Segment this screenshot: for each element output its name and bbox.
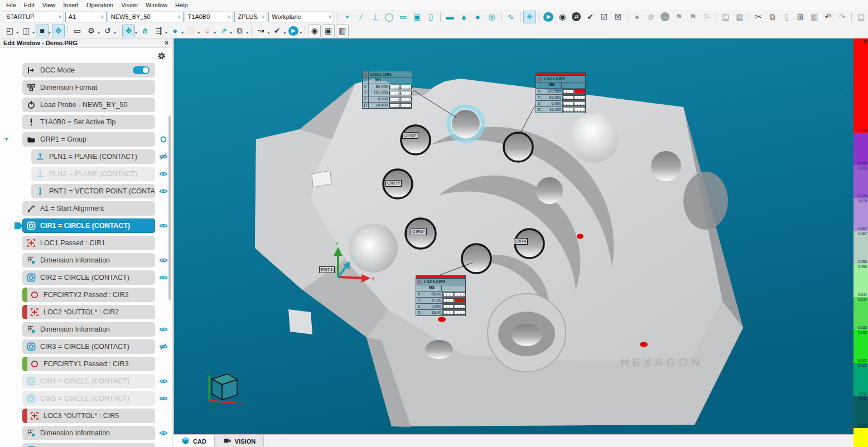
redo-icon[interactable]: ↷ [836, 11, 848, 23]
chevron-down-icon[interactable]: ▾ [300, 30, 302, 35]
round-slot-icon[interactable]: ▭ [397, 11, 409, 23]
sphere-tool-icon[interactable]: ● [168, 25, 181, 37]
eye-icon[interactable] [159, 273, 168, 282]
path-icon[interactable]: ↝ [254, 25, 267, 37]
menu-insert[interactable]: Insert [59, 1, 83, 9]
visibility-circle-icon[interactable] [159, 135, 168, 144]
feature-label-cir8[interactable]: CIR8* [402, 132, 418, 139]
report-pass-icon[interactable]: ☑ [598, 11, 611, 23]
feature-label-pnt1[interactable]: PNT1 [319, 266, 335, 273]
copy-icon[interactable]: ⧉ [766, 11, 779, 23]
print-icon[interactable]: ▤ [855, 11, 867, 23]
laser-scan-icon[interactable]: ✳ [523, 11, 536, 23]
circle-tool-icon[interactable]: ○ [201, 25, 214, 37]
expander-icon[interactable]: ▾ [5, 136, 8, 142]
tree-item-dimension[interactable]: Dimension Information [22, 426, 155, 440]
menu-window[interactable]: Window [142, 1, 171, 9]
feature-label-cir7[interactable]: CIR7* [385, 180, 402, 187]
measured-line-icon[interactable]: ∕ [355, 11, 368, 23]
report-list-icon[interactable]: ▤ [719, 11, 732, 23]
dimension-callout-loc3[interactable]: LOC3 CIR5MS X 80.00 Y 17.00 Z 0.000 D 16… [416, 275, 466, 316]
chevron-down-icon[interactable]: ▾ [114, 30, 116, 35]
optimization-gears-icon[interactable]: ⚙ [85, 25, 98, 37]
tree-item-dimension[interactable]: Dimension Information [22, 322, 155, 337]
cone-icon[interactable]: ▲ [457, 11, 470, 23]
dimension-callout-loc2[interactable]: LOC2 CIR2MS X 108.991 Y 88.991 Z 0.000 D… [536, 72, 586, 113]
chevron-down-icon[interactable]: ▾ [267, 30, 269, 35]
tree-item-cir4[interactable]: CIR4 = CIRCLE (CONTACT) [22, 374, 155, 388]
tab-vision[interactable]: VISION [215, 435, 264, 447]
tree-item-loc3[interactable]: LOC3 *OUTTOL* : CIR5 [22, 409, 155, 423]
menu-file[interactable]: File [2, 1, 20, 9]
tree-item-pnt1[interactable]: PNT1 = VECTOR POINT (CONTAC [31, 184, 155, 198]
tree-item-cir2[interactable]: CIR2 = CIRCLE (CONTACT) [22, 270, 155, 285]
eye-icon[interactable] [159, 221, 168, 230]
tab-cad[interactable]: CAD [173, 435, 215, 447]
stop-icon[interactable]: ● [631, 11, 644, 23]
execute-from-cursor-icon[interactable]: ◉ [556, 11, 569, 23]
chevron-down-icon[interactable]: ▾ [197, 30, 200, 35]
square-slot-icon[interactable]: ▣ [411, 11, 423, 23]
tree-item-pln1[interactable]: PLN1 = PLANE (CONTACT) [31, 149, 155, 164]
continue-icon[interactable]: → [659, 11, 672, 23]
measured-plane-icon[interactable]: ⊥ [369, 11, 382, 23]
cut-icon[interactable]: ✂ [752, 11, 765, 23]
tip-select[interactable]: T1A0B0∨ [185, 12, 234, 22]
chevron-down-icon[interactable]: ▾ [165, 30, 167, 35]
active-alignment-select[interactable]: A1∨ [65, 12, 107, 22]
comment-icon[interactable]: ▭ [71, 25, 84, 37]
report-screen-icon[interactable]: ▣ [322, 25, 335, 37]
sphere-icon[interactable]: ● [471, 11, 484, 23]
eye-icon[interactable] [159, 187, 168, 196]
mark-done-icon[interactable]: ✔ [584, 11, 597, 23]
box-tool-icon[interactable]: □ [185, 25, 197, 37]
tree-item-cir1[interactable]: CIR1 = CIRCLE (CONTACT) [22, 218, 155, 233]
eye-slash-icon[interactable] [159, 342, 168, 351]
chart-screen-icon[interactable]: ▥ [336, 25, 349, 37]
feature-label-cir4[interactable]: CIR4 [514, 238, 528, 245]
menu-view[interactable]: View [38, 1, 60, 9]
chevron-down-icon[interactable]: ▾ [49, 30, 51, 35]
tree-item-a1[interactable]: A1 = Start Alignment [22, 201, 155, 216]
eye-slash-icon[interactable] [159, 152, 168, 161]
eye-icon[interactable] [159, 256, 168, 265]
bookmark-pin-icon[interactable]: ⚑ [686, 11, 699, 23]
loop-icon[interactable]: ⇄ [570, 11, 583, 23]
chevron-down-icon[interactable]: ▾ [135, 30, 137, 35]
notch-slot-icon[interactable]: ▯ [425, 11, 437, 23]
probe-vector-icon[interactable]: ⋔ [138, 25, 151, 37]
chevron-down-icon[interactable]: ▾ [16, 30, 18, 35]
tree-item-cir5[interactable]: CIR5 = CIRCLE (CONTACT) [22, 391, 155, 406]
alignment-select[interactable]: STARTUP∨ [3, 12, 64, 22]
tree-item-t1a0b0[interactable]: T1A0B0 = Set Active Tip [22, 115, 155, 129]
tree-item-fcfcirty2[interactable]: FCFCIRTY2 Passed : CIR2 [22, 288, 155, 302]
chevron-down-icon[interactable]: ▾ [181, 30, 184, 35]
tree-item-load[interactable]: Load Probe - NEW5_BY_50 [22, 98, 155, 112]
gear-icon[interactable] [157, 51, 166, 62]
measured-circle-icon[interactable]: ◯ [383, 11, 396, 23]
undo-icon[interactable]: ↶ [822, 11, 835, 23]
close-icon[interactable]: × [165, 39, 168, 47]
chevron-down-icon[interactable]: ▾ [214, 30, 216, 35]
chevron-down-icon[interactable]: ▾ [246, 30, 248, 35]
workplane-select[interactable]: ZPLUS∨ [234, 12, 267, 22]
chevron-down-icon[interactable]: ▾ [283, 30, 286, 35]
feature-label-cir6[interactable]: CIR6* [411, 229, 427, 235]
play-icon[interactable]: ▶ [287, 25, 300, 37]
torus-icon[interactable]: ◎ [485, 11, 498, 23]
tree-item-dcc[interactable]: DCC Mode [22, 63, 155, 77]
window-copy-icon[interactable]: ⧉ [233, 25, 246, 37]
menu-operation[interactable]: Operation [83, 1, 117, 9]
report-window-icon[interactable]: ▦ [733, 11, 746, 23]
cylinder-icon[interactable]: ▬ [443, 11, 456, 23]
bookmark-remove-icon[interactable]: ⚐ [700, 11, 713, 23]
eye-icon[interactable] [159, 169, 168, 178]
probe-options-icon[interactable]: ⇶ [152, 25, 165, 37]
paste-with-patterns-icon[interactable]: ⊞ [794, 11, 807, 23]
collision-check-icon[interactable]: ✔ [271, 25, 283, 37]
curve-icon[interactable]: ∿ [504, 11, 517, 23]
graph-icon[interactable]: ⇗ [217, 25, 230, 37]
probe-select[interactable]: NEW5_BY_50∨ [108, 12, 184, 22]
bookmark-icon[interactable]: ⚑ [672, 11, 685, 23]
tree-item-cir6[interactable]: CIR6 = CIRCLE (CONTACT) [22, 443, 155, 447]
